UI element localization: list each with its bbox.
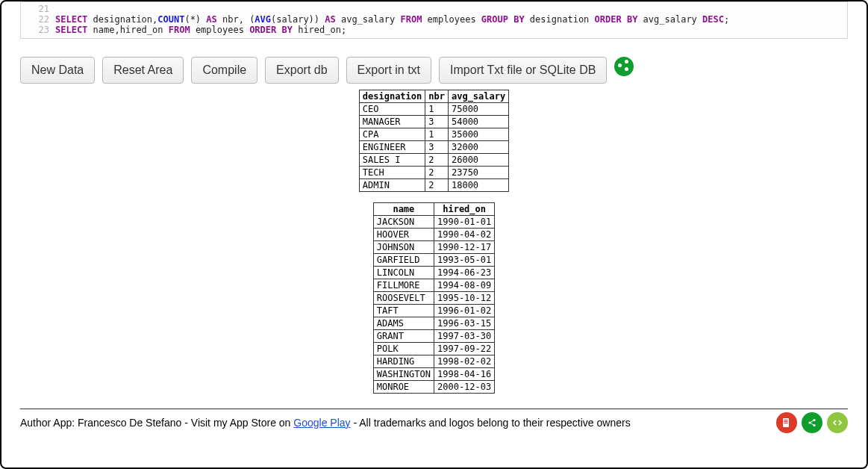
table-row: CEO175000	[359, 103, 508, 116]
table-row: GRANT1997-03-30	[373, 330, 495, 343]
table-cell: 2	[425, 154, 449, 167]
footer-text: Author App: Francesco De Stefano - Visit…	[20, 417, 631, 429]
table-cell: 1998-04-16	[434, 368, 495, 381]
table-header-cell: avg_salary	[448, 90, 508, 103]
table-cell: 1997-09-22	[434, 343, 495, 355]
import-button[interactable]: Import Txt file or SQLite DB	[439, 57, 607, 84]
table-cell: HARDING	[373, 355, 434, 368]
table-header-row: namehired_on	[373, 203, 495, 216]
table-cell: 23750	[448, 167, 508, 179]
table-cell: 32000	[448, 141, 508, 154]
table-cell: MANAGER	[359, 116, 425, 128]
table-cell: 1996-01-02	[434, 305, 495, 317]
table-header-cell: name	[373, 203, 434, 216]
table-cell: 1	[425, 103, 449, 116]
code-line[interactable]: 21	[21, 4, 847, 14]
table-cell: WASHINGTON	[373, 368, 434, 381]
table-cell: ROOSEVELT	[373, 292, 434, 305]
table-cell: ENGINEER	[359, 141, 425, 154]
table-cell: 2	[425, 179, 449, 192]
table-cell: 1998-02-02	[434, 355, 495, 368]
footer-suffix: - All trademarks and logos belong to the…	[351, 417, 631, 429]
table-row: WASHINGTON1998-04-16	[373, 368, 495, 381]
table-row: JACKSON1990-01-01	[373, 216, 495, 229]
table-header-cell: hired_on	[434, 203, 495, 216]
export-txt-button[interactable]: Export in txt	[346, 57, 431, 84]
export-db-button[interactable]: Export db	[265, 57, 338, 84]
table-cell: CPA	[359, 128, 425, 141]
compile-button[interactable]: Compile	[191, 57, 257, 84]
table-row: TAFT1996-01-02	[373, 305, 495, 317]
table-cell: 1990-12-17	[434, 241, 495, 254]
table-cell: FILLMORE	[373, 279, 434, 292]
google-play-link[interactable]: Google Play	[293, 417, 350, 429]
table-cell: 35000	[448, 128, 508, 141]
code-content[interactable]: SELECT name,hired_on FROM employees ORDE…	[55, 25, 847, 35]
svg-rect-1	[784, 420, 788, 420]
share-icon[interactable]	[614, 57, 634, 76]
table-cell: 2000-12-03	[434, 381, 495, 394]
new-data-button[interactable]: New Data	[20, 57, 95, 84]
code-icon[interactable]	[827, 412, 848, 433]
result-table-1: designationnbravg_salaryCEO175000MANAGER…	[359, 90, 509, 192]
footer-icons	[776, 412, 848, 433]
table-row: SALES I226000	[359, 154, 508, 167]
table-row: HARDING1998-02-02	[373, 355, 495, 368]
table-cell: 1990-04-02	[434, 229, 495, 241]
table-row: ADAMS1996-03-15	[373, 317, 495, 330]
pdf-icon[interactable]	[776, 412, 797, 433]
table-cell: 75000	[448, 103, 508, 116]
line-number: 22	[21, 14, 55, 25]
table-header-cell: designation	[359, 90, 425, 103]
table-row: CPA135000	[359, 128, 508, 141]
table-cell: POLK	[373, 343, 434, 355]
table-cell: 3	[425, 116, 449, 128]
table-cell: 2	[425, 167, 449, 179]
table-header-row: designationnbravg_salary	[359, 90, 508, 103]
toolbar: New Data Reset Area Compile Export db Ex…	[20, 57, 848, 84]
table-row: LINCOLN1994-06-23	[373, 267, 495, 279]
line-number: 23	[21, 25, 55, 35]
table-cell: GRANT	[373, 330, 434, 343]
table-cell: 1993-05-01	[434, 254, 495, 267]
table-row: ADMIN218000	[359, 179, 508, 192]
table-cell: 1990-01-01	[434, 216, 495, 229]
footer: Author App: Francesco De Stefano - Visit…	[20, 412, 848, 433]
sql-editor[interactable]: 21 22SELECT designation,COUNT(*) AS nbr,…	[20, 1, 848, 39]
svg-rect-3	[784, 423, 788, 423]
table-row: POLK1997-09-22	[373, 343, 495, 355]
footer-prefix: Author App: Francesco De Stefano - Visit…	[20, 417, 293, 429]
table-cell: 1996-03-15	[434, 317, 495, 330]
code-line[interactable]: 22SELECT designation,COUNT(*) AS nbr, (A…	[21, 14, 847, 25]
table-row: MANAGER354000	[359, 116, 508, 128]
table-row: JOHNSON1990-12-17	[373, 241, 495, 254]
table-cell: 1	[425, 128, 449, 141]
table-cell: 26000	[448, 154, 508, 167]
table-cell: 1994-08-09	[434, 279, 495, 292]
table-cell: ADAMS	[373, 317, 434, 330]
line-number: 21	[21, 4, 55, 14]
share-footer-icon[interactable]	[802, 412, 822, 433]
code-content[interactable]: SELECT designation,COUNT(*) AS nbr, (AVG…	[55, 14, 847, 25]
table-cell: TECH	[359, 167, 425, 179]
reset-area-button[interactable]: Reset Area	[102, 57, 184, 84]
footer-divider	[20, 409, 848, 409]
table-row: ENGINEER332000	[359, 141, 508, 154]
table-cell: MONROE	[373, 381, 434, 394]
table-cell: 3	[425, 141, 449, 154]
table-cell: 1997-03-30	[434, 330, 495, 343]
result-table-2: namehired_onJACKSON1990-01-01HOOVER1990-…	[373, 202, 496, 394]
table-row: TECH223750	[359, 167, 508, 179]
svg-rect-2	[784, 421, 788, 422]
table-row: MONROE2000-12-03	[373, 381, 495, 394]
svg-line-8	[810, 423, 814, 426]
table-cell: LINCOLN	[373, 267, 434, 279]
table-cell: HOOVER	[373, 229, 434, 241]
code-line[interactable]: 23SELECT name,hired_on FROM employees OR…	[21, 25, 847, 35]
code-content[interactable]	[55, 4, 847, 14]
table-cell: JOHNSON	[373, 241, 434, 254]
table-row: ROOSEVELT1995-10-12	[373, 292, 495, 305]
table-cell: 1995-10-12	[434, 292, 495, 305]
table-row: FILLMORE1994-08-09	[373, 279, 495, 292]
table-header-cell: nbr	[425, 90, 449, 103]
